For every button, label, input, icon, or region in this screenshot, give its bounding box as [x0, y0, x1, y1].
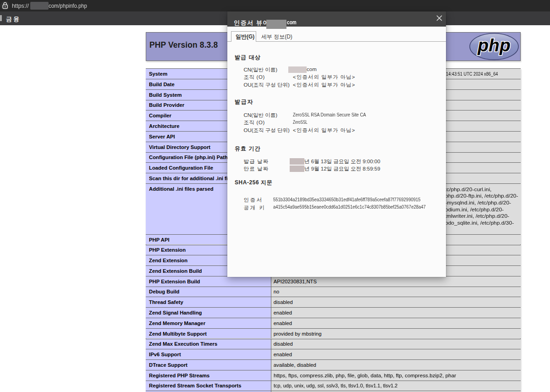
svg-text:php: php: [477, 35, 510, 55]
